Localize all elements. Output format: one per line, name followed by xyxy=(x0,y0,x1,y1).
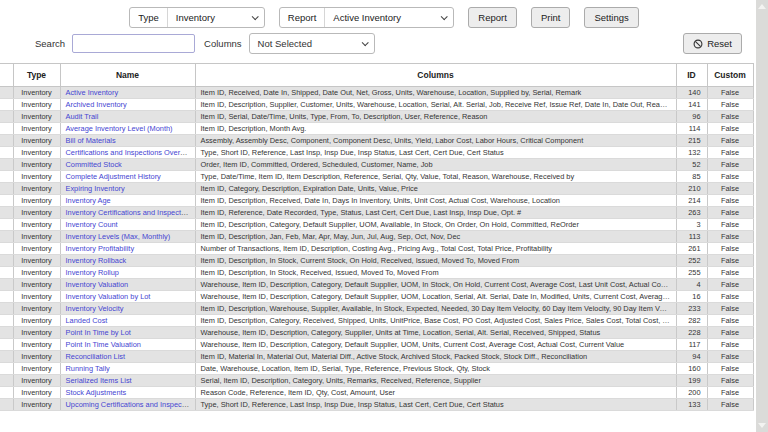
cell-custom: False xyxy=(707,375,753,387)
report-name-link[interactable]: Certifications and Inspections Overview xyxy=(66,148,195,157)
cell-id: 140 xyxy=(676,87,707,99)
report-name-link[interactable]: Point In Time Valuation xyxy=(66,340,141,349)
cell-columns: Item ID, Description, Category, Default … xyxy=(195,219,676,231)
type-select-group: Type Inventory xyxy=(129,7,265,28)
report-name-link[interactable]: Audit Trail xyxy=(66,112,99,121)
report-name-link[interactable]: Average Inventory Level (Month) xyxy=(66,124,173,133)
cell-custom: False xyxy=(707,351,753,363)
cell-name: Certifications and Inspections Overview xyxy=(60,147,195,159)
cell-custom: False xyxy=(707,315,753,327)
cell-name: Upcoming Certifications and Inspections xyxy=(60,399,195,411)
vertical-scrollbar[interactable] xyxy=(756,0,768,432)
cell-custom: False xyxy=(707,171,753,183)
report-name-link[interactable]: Inventory Levels (Max, Monthly) xyxy=(66,232,171,241)
cell-columns: Warehouse, Item ID, Description, Categor… xyxy=(195,279,676,291)
report-name-link[interactable]: Upcoming Certifications and Inspections xyxy=(66,400,196,409)
cell-type: Inventory xyxy=(13,183,60,195)
table-row: Inventory Inventory Age Item ID, Descrip… xyxy=(0,195,753,207)
report-name-link[interactable]: Inventory Valuation xyxy=(66,280,129,289)
report-name-link[interactable]: Serialized Items List xyxy=(66,376,132,385)
cell-columns: Reason Code, Reference, Item ID, Qty, Co… xyxy=(195,387,676,399)
report-name-link[interactable]: Stock Adjustments xyxy=(66,388,127,397)
cell-type: Inventory xyxy=(13,315,60,327)
cell-custom: False xyxy=(707,111,753,123)
cell-custom: False xyxy=(707,87,753,99)
report-label: Report xyxy=(280,8,326,27)
cell-columns: Item ID, Description, Supplier, Customer… xyxy=(195,99,676,111)
cell-sliver xyxy=(0,195,13,207)
cell-name: Inventory Velocity xyxy=(60,303,195,315)
report-name-link[interactable]: Complete Adjustment History xyxy=(66,172,161,181)
cell-id: 117 xyxy=(676,339,707,351)
cell-name: Running Tally xyxy=(60,363,195,375)
report-name-link[interactable]: Inventory Age xyxy=(66,196,111,205)
report-name-link[interactable]: Inventory Valuation by Lot xyxy=(66,292,151,301)
cell-columns: Item ID, Description, In Stock, Received… xyxy=(195,267,676,279)
report-name-link[interactable]: Archived Inventory xyxy=(66,100,127,109)
report-name-link[interactable]: Active Inventory xyxy=(66,88,119,97)
cell-custom: False xyxy=(707,183,753,195)
cell-id: 261 xyxy=(676,243,707,255)
columns-select[interactable]: Not Selected xyxy=(249,33,375,54)
type-select[interactable]: Inventory xyxy=(168,8,264,27)
report-name-link[interactable]: Inventory Rollup xyxy=(66,268,119,277)
cell-type: Inventory xyxy=(13,303,60,315)
type-select-value: Inventory xyxy=(176,12,215,23)
scroll-up-icon[interactable] xyxy=(758,4,766,9)
cell-type: Inventory xyxy=(13,171,60,183)
cell-columns: Item ID, Description, In Stock, Current … xyxy=(195,255,676,267)
header-sliver xyxy=(0,64,13,87)
cell-sliver xyxy=(0,267,13,279)
report-name-link[interactable]: Inventory Certifications and Inspections xyxy=(66,208,195,217)
report-name-link[interactable]: Landed Cost xyxy=(66,316,108,325)
cell-custom: False xyxy=(707,291,753,303)
type-label: Type xyxy=(130,8,168,27)
cell-id: 4 xyxy=(676,279,707,291)
report-name-link[interactable]: Inventory Rollback xyxy=(66,256,127,265)
reset-button[interactable]: Reset xyxy=(683,33,742,54)
table-row: Inventory Point In Time Valuation Wareho… xyxy=(0,339,753,351)
cell-sliver xyxy=(0,339,13,351)
print-button[interactable]: Print xyxy=(531,7,571,28)
cell-name: Inventory Valuation by Lot xyxy=(60,291,195,303)
cell-sliver xyxy=(0,315,13,327)
table-row: Inventory Inventory Levels (Max, Monthly… xyxy=(0,231,753,243)
cell-id: 133 xyxy=(676,399,707,411)
cell-columns: Item ID, Material In, Material Out, Mate… xyxy=(195,351,676,363)
report-name-link[interactable]: Committed Stock xyxy=(66,160,122,169)
cell-type: Inventory xyxy=(13,387,60,399)
table-row: Inventory Audit Trail Item ID, Serial, D… xyxy=(0,111,753,123)
report-button[interactable]: Report xyxy=(468,7,517,28)
cell-id: 16 xyxy=(676,291,707,303)
header-type: Type xyxy=(13,64,60,87)
cell-custom: False xyxy=(707,147,753,159)
report-name-link[interactable]: Inventory Velocity xyxy=(66,304,124,313)
cell-sliver xyxy=(0,123,13,135)
settings-button[interactable]: Settings xyxy=(584,7,638,28)
scroll-down-icon[interactable] xyxy=(758,423,766,428)
cell-name: Inventory Valuation xyxy=(60,279,195,291)
report-name-link[interactable]: Reconciliation List xyxy=(66,352,126,361)
cell-id: 113 xyxy=(676,231,707,243)
report-name-link[interactable]: Inventory Count xyxy=(66,220,118,229)
cell-columns: Warehouse, Item ID, Description, Categor… xyxy=(195,327,676,339)
cell-id: 199 xyxy=(676,375,707,387)
cell-type: Inventory xyxy=(13,243,60,255)
table-row: Inventory Inventory Rollback Item ID, De… xyxy=(0,255,753,267)
report-select[interactable]: Active Inventory xyxy=(325,8,453,27)
report-name-link[interactable]: Inventory Profitability xyxy=(66,244,135,253)
cell-type: Inventory xyxy=(13,135,60,147)
cell-type: Inventory xyxy=(13,87,60,99)
cell-type: Inventory xyxy=(13,255,60,267)
filter-toolbar: Search Columns Not Selected Reset xyxy=(0,33,768,54)
search-input[interactable] xyxy=(72,34,195,53)
report-name-link[interactable]: Expiring Inventory xyxy=(66,184,125,193)
report-name-link[interactable]: Point In Time by Lot xyxy=(66,328,131,337)
report-name-link[interactable]: Running Tally xyxy=(66,364,110,373)
cell-type: Inventory xyxy=(13,351,60,363)
table-row: Inventory Upcoming Certifications and In… xyxy=(0,399,753,411)
report-name-link[interactable]: Bill of Materials xyxy=(66,136,116,145)
cell-sliver xyxy=(0,303,13,315)
cell-name: Expiring Inventory xyxy=(60,183,195,195)
cell-id: 252 xyxy=(676,255,707,267)
